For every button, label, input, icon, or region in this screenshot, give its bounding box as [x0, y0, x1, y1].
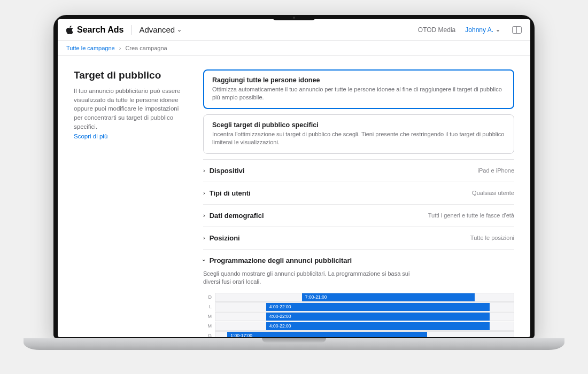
breadcrumb: Tutte le campagne › Crea campagna — [58, 41, 530, 56]
screen: Search Ads Advanced ⌄ OTOD Media Johnny … — [58, 19, 530, 337]
schedule-section: › Programmazione degli annunci pubblicit… — [203, 249, 514, 337]
schedule-bar[interactable]: 1:00-17:00 — [227, 332, 427, 337]
breadcrumb-current: Crea campagna — [125, 45, 167, 51]
day-label: M — [203, 314, 215, 319]
day-label: L — [203, 304, 215, 309]
schedule-bar[interactable]: 4:00-22:00 — [266, 313, 490, 321]
row-user-types[interactable]: › Tipi di utenti Qualsiasi utente — [203, 182, 514, 204]
day-label: M — [203, 323, 215, 329]
laptop-lip — [262, 338, 326, 342]
schedule-track[interactable]: 4:00-22:00 — [215, 312, 514, 321]
row-locations[interactable]: › Posizioni Tutte le posizioni — [203, 227, 514, 249]
mode-label: Advanced — [139, 25, 175, 34]
content: Target di pubblico Il tuo annuncio pubbl… — [58, 56, 530, 337]
row-devices[interactable]: › Dispositivi iPad e iPhone — [203, 159, 514, 182]
chevron-down-icon: ⌄ — [496, 26, 500, 33]
screen-bezel: Search Ads Advanced ⌄ OTOD Media Johnny … — [53, 15, 535, 338]
laptop-base — [24, 338, 564, 350]
schedule-row[interactable]: M4:00-22:00 — [203, 311, 514, 321]
brand-text: Search Ads — [77, 25, 123, 35]
chevron-down-icon: ⌄ — [177, 26, 182, 33]
page-description: Il tuo annuncio pubblicitario può essere… — [74, 87, 186, 131]
chevron-right-icon: › — [203, 167, 205, 174]
row-demographics[interactable]: › Dati demografici Tutti i generi e tutt… — [203, 204, 514, 227]
mode-dropdown[interactable]: Advanced ⌄ — [139, 25, 182, 34]
sidebar-toggle-icon[interactable] — [512, 26, 522, 34]
left-column: Target di pubblico Il tuo annuncio pubbl… — [74, 69, 186, 337]
row-label: Dati demografici — [210, 212, 264, 220]
schedule-track[interactable]: 7:00-21:00 — [215, 293, 514, 302]
schedule-grid[interactable]: D7:00-21:00L4:00-22:00M4:00-22:00M4:00-2… — [203, 292, 514, 337]
topbar: Search Ads Advanced ⌄ OTOD Media Johnny … — [58, 19, 530, 41]
row-label: Posizioni — [210, 234, 240, 242]
option-title: Raggiungi tutte le persone idonee — [212, 76, 505, 84]
schedule-hint: Scegli quando mostrare gli annunci pubbl… — [203, 270, 428, 286]
schedule-track[interactable]: 4:00-22:00 — [215, 302, 514, 311]
schedule-bar[interactable]: 4:00-22:00 — [266, 322, 490, 330]
chevron-right-icon: › — [203, 212, 205, 219]
chevron-down-icon: › — [201, 259, 207, 261]
schedule-row[interactable]: D7:00-21:00 — [203, 292, 514, 302]
org-name: OTOD Media — [418, 26, 455, 34]
option-reach-all[interactable]: Raggiungi tutte le persone idonee Ottimi… — [203, 69, 514, 109]
laptop-frame: Search Ads Advanced ⌄ OTOD Media Johnny … — [53, 15, 535, 350]
option-desc: Incentra l'ottimizzazione sui target di … — [212, 130, 505, 147]
page-title: Target di pubblico — [74, 69, 186, 81]
user-menu[interactable]: Johnny A. ⌄ — [465, 26, 500, 34]
user-name: Johnny A. — [465, 26, 493, 34]
schedule-track[interactable]: 4:00-22:00 — [215, 322, 514, 331]
learn-more-link[interactable]: Scopri di più — [74, 133, 107, 139]
option-specific-audiences[interactable]: Scegli target di pubblico specifici Ince… — [203, 114, 514, 154]
schedule-bar[interactable]: 7:00-21:00 — [302, 293, 475, 301]
chevron-right-icon: › — [203, 235, 205, 241]
option-desc: Ottimizza automaticamente il tuo annunci… — [212, 85, 505, 102]
breadcrumb-root-link[interactable]: Tutte le campagne — [66, 45, 115, 51]
day-label: G — [203, 333, 215, 337]
schedule-row[interactable]: M4:00-22:00 — [203, 321, 514, 331]
right-column: Raggiungi tutte le persone idonee Ottimi… — [203, 69, 514, 337]
day-label: D — [203, 294, 215, 300]
row-value: iPad e iPhone — [478, 167, 515, 174]
row-label: Dispositivi — [210, 167, 245, 175]
option-title: Scegli target di pubblico specifici — [212, 121, 505, 129]
row-value: Qualsiasi utente — [472, 190, 514, 196]
chevron-right-icon: › — [119, 45, 121, 51]
schedule-header[interactable]: › Programmazione degli annunci pubblicit… — [203, 256, 514, 264]
schedule-row[interactable]: G1:00-17:00 — [203, 331, 514, 337]
schedule-bar[interactable]: 4:00-22:00 — [266, 303, 490, 311]
schedule-track[interactable]: 1:00-17:00 — [215, 331, 514, 337]
row-value: Tutti i generi e tutte le fasce d'età — [428, 212, 514, 219]
vertical-divider — [131, 25, 131, 35]
row-label: Tipi di utenti — [210, 189, 251, 197]
schedule-title: Programmazione degli annunci pubblicitar… — [210, 256, 352, 264]
apple-logo-icon — [66, 26, 74, 34]
camera-dot — [293, 17, 295, 19]
row-value: Tutte le posizioni — [470, 235, 514, 241]
brand: Search Ads — [66, 25, 123, 35]
chevron-right-icon: › — [203, 190, 205, 196]
schedule-row[interactable]: L4:00-22:00 — [203, 302, 514, 311]
